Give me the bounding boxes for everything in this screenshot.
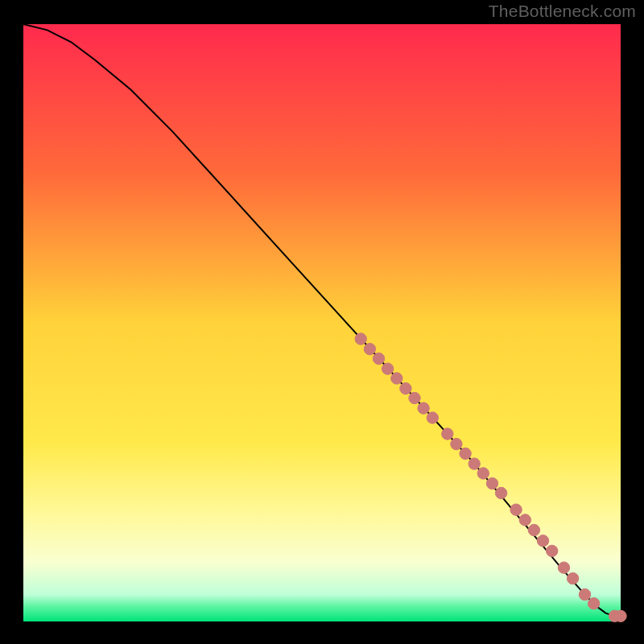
data-point: [528, 524, 539, 535]
data-point: [567, 572, 578, 584]
data-point: [495, 487, 506, 498]
data-point: [558, 562, 569, 573]
data-point: [510, 504, 522, 515]
data-point: [391, 373, 402, 384]
data-point: [486, 477, 497, 489]
data-point: [382, 363, 393, 374]
data-point: [579, 588, 590, 600]
data-point: [355, 333, 366, 345]
data-point: [373, 353, 384, 364]
data-point: [442, 428, 453, 440]
data-point: [400, 382, 411, 394]
data-point: [409, 392, 420, 403]
data-point: [427, 412, 438, 423]
data-point: [588, 598, 599, 609]
chart-svg: [0, 0, 644, 644]
watermark-text: TheBottleneck.com: [489, 2, 636, 21]
data-point: [364, 343, 375, 354]
data-point: [418, 402, 429, 414]
data-point: [477, 468, 489, 479]
data-point: [469, 458, 480, 469]
data-point: [519, 514, 530, 526]
data-point: [451, 438, 462, 449]
data-point: [615, 610, 626, 621]
data-point: [547, 545, 558, 556]
data-point: [537, 535, 548, 547]
chart-frame: { "watermark": "TheBottleneck.com", "col…: [0, 0, 644, 644]
data-point: [460, 448, 471, 459]
